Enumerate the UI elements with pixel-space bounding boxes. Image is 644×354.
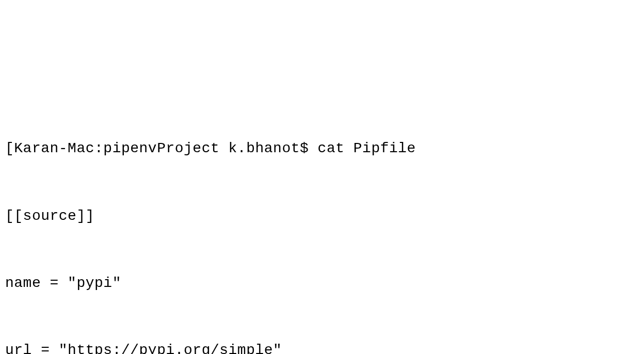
terminal-output[interactable]: [Karan-Mac:pipenvProject k.bhanot$ cat P… bbox=[5, 93, 639, 354]
terminal-line: url = "https://pypi.org/simple" bbox=[5, 339, 639, 354]
terminal-line: name = "pypi" bbox=[5, 272, 639, 294]
terminal-line: [Karan-Mac:pipenvProject k.bhanot$ cat P… bbox=[5, 137, 639, 159]
terminal-line: [[source]] bbox=[5, 205, 639, 227]
